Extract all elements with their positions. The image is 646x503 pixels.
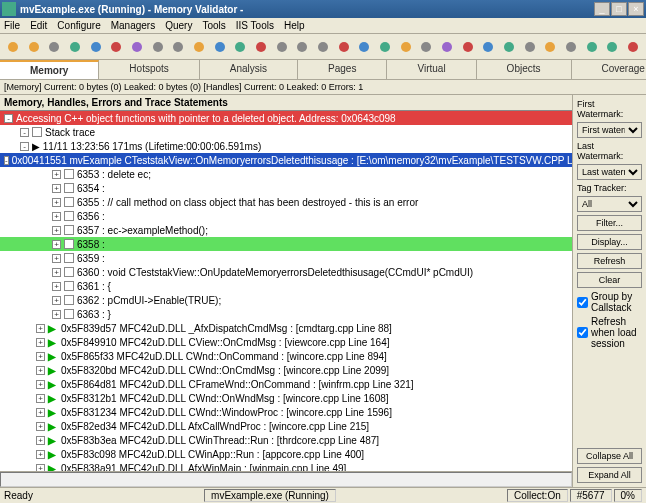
menu-managers[interactable]: Managers [111,20,155,31]
menu-tools[interactable]: Tools [202,20,225,31]
expand-icon[interactable]: - [20,142,29,151]
expand-all-button[interactable]: Expand All [577,467,642,483]
toolbar-button-30[interactable] [624,37,642,57]
tab-hotspots[interactable]: Hotspots [99,60,199,79]
expand-icon[interactable]: + [36,464,45,472]
tree-row[interactable]: +▶0x5F865f33 MFC42uD.DLL CWnd::OnCommand… [0,349,572,363]
tree-row[interactable]: +▶0x5F83b3ea MFC42uD.DLL CWinThread::Run… [0,433,572,447]
expand-icon[interactable]: + [52,282,61,291]
expand-icon[interactable]: + [52,310,61,319]
expand-icon[interactable]: + [36,380,45,389]
expand-icon[interactable]: - [20,128,29,137]
toolbar-button-20[interactable] [417,37,435,57]
expand-icon[interactable]: + [36,436,45,445]
maximize-button[interactable]: □ [611,2,627,16]
expand-icon[interactable]: + [52,268,61,277]
tree-row[interactable]: -Stack trace [0,125,572,139]
tree-row[interactable]: +▶0x5F831234 MFC42uD.DLL CWnd::WindowPro… [0,405,572,419]
tree-row[interactable]: +▶0x5F83c098 MFC42uD.DLL CWinApp::Run : … [0,447,572,461]
tree-row[interactable]: +▶0x5F838a91 MFC42uD.DLL AfxWinMain : [w… [0,461,572,471]
toolbar-button-26[interactable] [541,37,559,57]
last-watermark-select[interactable]: Last watermark [577,164,642,180]
toolbar-button-21[interactable] [438,37,456,57]
expand-icon[interactable]: + [52,184,61,193]
refresh-button[interactable]: Refresh [577,253,642,269]
expand-icon[interactable]: + [36,324,45,333]
toolbar-button-11[interactable] [231,37,249,57]
expand-icon[interactable]: + [36,450,45,459]
toolbar-button-9[interactable] [190,37,208,57]
toolbar-button-8[interactable] [169,37,187,57]
tree-row[interactable]: +6353 : delete ec; [0,167,572,181]
minimize-button[interactable]: _ [594,2,610,16]
toolbar-button-23[interactable] [479,37,497,57]
first-watermark-select[interactable]: First watermark [577,122,642,138]
tree-row[interactable]: +▶0x5F849910 MFC42uD.DLL CView::OnCmdMsg… [0,335,572,349]
expand-icon[interactable]: - [4,156,9,165]
close-button[interactable]: × [628,2,644,16]
expand-icon[interactable]: + [36,352,45,361]
expand-icon[interactable]: + [52,226,61,235]
toolbar-button-2[interactable] [45,37,63,57]
tab-analysis[interactable]: Analysis [200,60,298,79]
toolbar-button-13[interactable] [273,37,291,57]
expand-icon[interactable]: + [52,240,61,249]
toolbar-button-19[interactable] [397,37,415,57]
tag-tracker-select[interactable]: All [577,196,642,212]
menu-configure[interactable]: Configure [57,20,100,31]
expand-icon[interactable]: + [52,198,61,207]
menu-help[interactable]: Help [284,20,305,31]
toolbar-button-28[interactable] [583,37,601,57]
toolbar-button-17[interactable] [355,37,373,57]
expand-icon[interactable]: + [36,422,45,431]
toolbar-button-15[interactable] [314,37,332,57]
toolbar-button-24[interactable] [500,37,518,57]
tree-row[interactable]: -Accessing C++ object functions with poi… [0,111,572,125]
tree-row[interactable]: -▶ 11/11 13:23:56 171ms (Lifetime:00:00:… [0,139,572,153]
toolbar-button-16[interactable] [335,37,353,57]
expand-icon[interactable]: + [36,394,45,403]
tree-row[interactable]: +6358 : [0,237,572,251]
collapse-all-button[interactable]: Collapse All [577,448,642,464]
filter-button[interactable]: Filter... [577,215,642,231]
tree-row[interactable]: +▶0x5F839d57 MFC42uD.DLL _AfxDispatchCmd… [0,321,572,335]
toolbar-button-18[interactable] [376,37,394,57]
expand-icon[interactable]: + [36,366,45,375]
tree-row[interactable]: +6363 : } [0,307,572,321]
toolbar-button-27[interactable] [562,37,580,57]
tree-view[interactable]: -Accessing C++ object functions with poi… [0,111,572,471]
menu-file[interactable]: File [4,20,20,31]
expand-icon[interactable]: - [4,114,13,123]
refresh-on-load-checkbox[interactable] [577,327,588,338]
toolbar-button-22[interactable] [459,37,477,57]
expand-icon[interactable]: + [52,254,61,263]
toolbar-button-10[interactable] [211,37,229,57]
expand-icon[interactable]: + [36,338,45,347]
toolbar-button-4[interactable] [87,37,105,57]
horizontal-scrollbar[interactable] [0,471,572,487]
tree-row[interactable]: +▶0x5F8312b1 MFC42uD.DLL CWnd::OnWndMsg … [0,391,572,405]
tab-memory[interactable]: Memory [0,60,99,79]
tree-row[interactable]: +6359 : [0,251,572,265]
tree-row[interactable]: +▶0x5F8320bd MFC42uD.DLL CWnd::OnCmdMsg … [0,363,572,377]
toolbar-button-6[interactable] [128,37,146,57]
toolbar-button-0[interactable] [4,37,22,57]
toolbar-button-3[interactable] [66,37,84,57]
menu-edit[interactable]: Edit [30,20,47,31]
tree-row[interactable]: +6355 : // call method on class object t… [0,195,572,209]
menu-iis-tools[interactable]: IIS Tools [236,20,274,31]
expand-icon[interactable]: + [52,170,61,179]
tree-row[interactable]: +6362 : pCmdUI->Enable(TRUE); [0,293,572,307]
tab-coverage[interactable]: Coverage [572,60,646,79]
group-by-callstack-checkbox[interactable] [577,297,588,308]
tree-row[interactable]: +6357 : ec->exampleMethod(); [0,223,572,237]
tab-virtual[interactable]: Virtual [387,60,476,79]
tree-row[interactable]: +▶0x5F864d81 MFC42uD.DLL CFrameWnd::OnCo… [0,377,572,391]
tab-pages[interactable]: Pages [298,60,387,79]
menu-query[interactable]: Query [165,20,192,31]
toolbar-button-29[interactable] [603,37,621,57]
display-button[interactable]: Display... [577,234,642,250]
tree-row[interactable]: +6361 : { [0,279,572,293]
tab-objects[interactable]: Objects [477,60,572,79]
expand-icon[interactable]: + [52,296,61,305]
